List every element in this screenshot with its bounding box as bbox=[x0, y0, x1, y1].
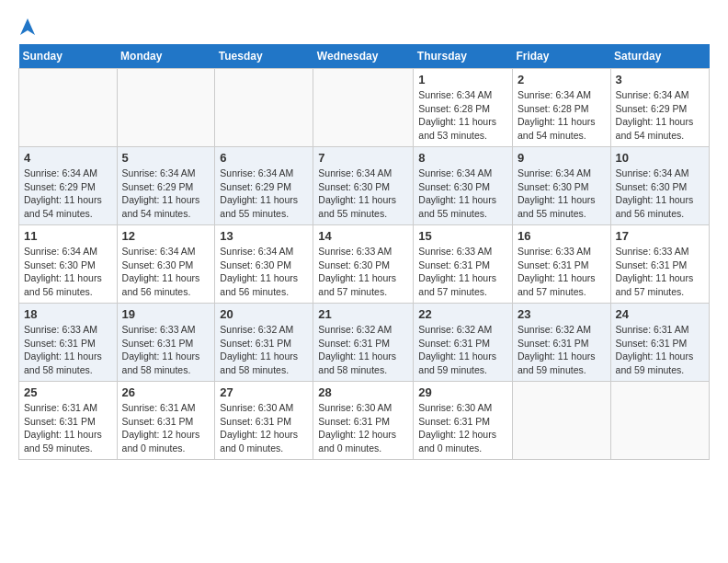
day-info: Sunrise: 6:34 AM Sunset: 6:29 PM Dayligh… bbox=[122, 167, 210, 221]
calendar-cell: 3Sunrise: 6:34 AM Sunset: 6:29 PM Daylig… bbox=[610, 69, 709, 147]
logo-bird-icon bbox=[20, 18, 35, 35]
day-number: 13 bbox=[220, 229, 308, 243]
day-number: 15 bbox=[418, 229, 507, 243]
day-info: Sunrise: 6:32 AM Sunset: 6:31 PM Dayligh… bbox=[318, 323, 408, 377]
day-info: Sunrise: 6:34 AM Sunset: 6:30 PM Dayligh… bbox=[418, 167, 507, 221]
day-number: 16 bbox=[518, 229, 606, 243]
week-row-4: 18Sunrise: 6:33 AM Sunset: 6:31 PM Dayli… bbox=[19, 304, 710, 382]
calendar-cell: 16Sunrise: 6:33 AM Sunset: 6:31 PM Dayli… bbox=[512, 225, 610, 304]
day-info: Sunrise: 6:32 AM Sunset: 6:31 PM Dayligh… bbox=[418, 323, 507, 377]
calendar-cell: 17Sunrise: 6:33 AM Sunset: 6:31 PM Dayli… bbox=[610, 225, 709, 304]
calendar-cell: 13Sunrise: 6:34 AM Sunset: 6:30 PM Dayli… bbox=[215, 225, 313, 304]
logo bbox=[18, 18, 37, 35]
day-number: 20 bbox=[220, 307, 308, 321]
day-number: 29 bbox=[418, 385, 507, 399]
day-number: 6 bbox=[220, 151, 308, 165]
calendar-cell bbox=[215, 69, 313, 147]
day-number: 23 bbox=[518, 307, 606, 321]
day-info: Sunrise: 6:34 AM Sunset: 6:30 PM Dayligh… bbox=[318, 167, 408, 221]
day-info: Sunrise: 6:34 AM Sunset: 6:30 PM Dayligh… bbox=[616, 167, 704, 221]
calendar-cell: 2Sunrise: 6:34 AM Sunset: 6:28 PM Daylig… bbox=[512, 69, 610, 147]
weekday-header-saturday: Saturday bbox=[610, 44, 709, 69]
day-number: 26 bbox=[122, 385, 210, 399]
weekday-header-tuesday: Tuesday bbox=[215, 44, 313, 69]
calendar-cell: 25Sunrise: 6:31 AM Sunset: 6:31 PM Dayli… bbox=[19, 382, 118, 460]
day-info: Sunrise: 6:31 AM Sunset: 6:31 PM Dayligh… bbox=[122, 401, 210, 455]
calendar-cell: 4Sunrise: 6:34 AM Sunset: 6:29 PM Daylig… bbox=[19, 147, 118, 225]
calendar-cell: 18Sunrise: 6:33 AM Sunset: 6:31 PM Dayli… bbox=[19, 304, 118, 382]
day-info: Sunrise: 6:34 AM Sunset: 6:29 PM Dayligh… bbox=[220, 167, 308, 221]
day-info: Sunrise: 6:33 AM Sunset: 6:31 PM Dayligh… bbox=[616, 245, 704, 299]
calendar-cell: 24Sunrise: 6:31 AM Sunset: 6:31 PM Dayli… bbox=[610, 304, 709, 382]
svg-marker-0 bbox=[20, 18, 35, 35]
calendar-cell: 9Sunrise: 6:34 AM Sunset: 6:30 PM Daylig… bbox=[512, 147, 610, 225]
calendar-cell: 5Sunrise: 6:34 AM Sunset: 6:29 PM Daylig… bbox=[117, 147, 215, 225]
day-number: 3 bbox=[616, 73, 704, 86]
day-info: Sunrise: 6:34 AM Sunset: 6:30 PM Dayligh… bbox=[24, 245, 112, 299]
day-number: 9 bbox=[518, 151, 606, 165]
day-number: 24 bbox=[616, 307, 704, 321]
day-number: 19 bbox=[122, 307, 210, 321]
day-info: Sunrise: 6:33 AM Sunset: 6:31 PM Dayligh… bbox=[418, 245, 507, 299]
day-number: 21 bbox=[318, 307, 408, 321]
day-number: 1 bbox=[418, 73, 507, 86]
calendar-cell: 28Sunrise: 6:30 AM Sunset: 6:31 PM Dayli… bbox=[313, 382, 414, 460]
day-info: Sunrise: 6:34 AM Sunset: 6:30 PM Dayligh… bbox=[518, 167, 606, 221]
day-number: 4 bbox=[24, 151, 112, 165]
day-info: Sunrise: 6:34 AM Sunset: 6:29 PM Dayligh… bbox=[24, 167, 112, 221]
calendar-cell: 29Sunrise: 6:30 AM Sunset: 6:31 PM Dayli… bbox=[414, 382, 513, 460]
day-info: Sunrise: 6:34 AM Sunset: 6:28 PM Dayligh… bbox=[418, 88, 507, 143]
day-number: 2 bbox=[518, 73, 606, 86]
weekday-header-monday: Monday bbox=[117, 44, 215, 69]
day-info: Sunrise: 6:30 AM Sunset: 6:31 PM Dayligh… bbox=[318, 401, 408, 455]
calendar-cell: 14Sunrise: 6:33 AM Sunset: 6:30 PM Dayli… bbox=[313, 225, 414, 304]
weekday-header-row: SundayMondayTuesdayWednesdayThursdayFrid… bbox=[19, 44, 710, 69]
day-info: Sunrise: 6:30 AM Sunset: 6:31 PM Dayligh… bbox=[418, 401, 507, 455]
calendar-cell: 6Sunrise: 6:34 AM Sunset: 6:29 PM Daylig… bbox=[215, 147, 313, 225]
day-number: 18 bbox=[24, 307, 112, 321]
weekday-header-thursday: Thursday bbox=[414, 44, 513, 69]
day-number: 12 bbox=[122, 229, 210, 243]
day-number: 11 bbox=[24, 229, 112, 243]
calendar-table: SundayMondayTuesdayWednesdayThursdayFrid… bbox=[18, 44, 710, 460]
calendar-cell bbox=[610, 382, 709, 460]
day-number: 8 bbox=[418, 151, 507, 165]
day-number: 17 bbox=[616, 229, 704, 243]
day-number: 14 bbox=[318, 229, 408, 243]
day-info: Sunrise: 6:34 AM Sunset: 6:30 PM Dayligh… bbox=[122, 245, 210, 299]
day-info: Sunrise: 6:33 AM Sunset: 6:30 PM Dayligh… bbox=[318, 245, 408, 299]
day-info: Sunrise: 6:32 AM Sunset: 6:31 PM Dayligh… bbox=[220, 323, 308, 377]
day-number: 28 bbox=[318, 385, 408, 399]
calendar-cell: 7Sunrise: 6:34 AM Sunset: 6:30 PM Daylig… bbox=[313, 147, 414, 225]
calendar-cell: 12Sunrise: 6:34 AM Sunset: 6:30 PM Dayli… bbox=[117, 225, 215, 304]
day-info: Sunrise: 6:34 AM Sunset: 6:28 PM Dayligh… bbox=[518, 88, 606, 143]
calendar-cell: 15Sunrise: 6:33 AM Sunset: 6:31 PM Dayli… bbox=[414, 225, 513, 304]
calendar-cell: 21Sunrise: 6:32 AM Sunset: 6:31 PM Dayli… bbox=[313, 304, 414, 382]
calendar-cell: 26Sunrise: 6:31 AM Sunset: 6:31 PM Dayli… bbox=[117, 382, 215, 460]
calendar-cell: 20Sunrise: 6:32 AM Sunset: 6:31 PM Dayli… bbox=[215, 304, 313, 382]
day-info: Sunrise: 6:32 AM Sunset: 6:31 PM Dayligh… bbox=[518, 323, 606, 377]
calendar-cell: 19Sunrise: 6:33 AM Sunset: 6:31 PM Dayli… bbox=[117, 304, 215, 382]
week-row-1: 1Sunrise: 6:34 AM Sunset: 6:28 PM Daylig… bbox=[19, 69, 710, 147]
week-row-5: 25Sunrise: 6:31 AM Sunset: 6:31 PM Dayli… bbox=[19, 382, 710, 460]
day-info: Sunrise: 6:30 AM Sunset: 6:31 PM Dayligh… bbox=[220, 401, 308, 455]
day-number: 10 bbox=[616, 151, 704, 165]
day-info: Sunrise: 6:31 AM Sunset: 6:31 PM Dayligh… bbox=[616, 323, 704, 377]
weekday-header-wednesday: Wednesday bbox=[313, 44, 414, 69]
day-info: Sunrise: 6:33 AM Sunset: 6:31 PM Dayligh… bbox=[24, 323, 112, 377]
week-row-2: 4Sunrise: 6:34 AM Sunset: 6:29 PM Daylig… bbox=[19, 147, 710, 225]
calendar-cell: 1Sunrise: 6:34 AM Sunset: 6:28 PM Daylig… bbox=[414, 69, 513, 147]
header bbox=[18, 18, 710, 35]
calendar-cell bbox=[512, 382, 610, 460]
day-number: 22 bbox=[418, 307, 507, 321]
calendar-cell: 10Sunrise: 6:34 AM Sunset: 6:30 PM Dayli… bbox=[610, 147, 709, 225]
day-number: 25 bbox=[24, 385, 112, 399]
calendar-cell bbox=[19, 69, 118, 147]
day-info: Sunrise: 6:33 AM Sunset: 6:31 PM Dayligh… bbox=[518, 245, 606, 299]
day-info: Sunrise: 6:31 AM Sunset: 6:31 PM Dayligh… bbox=[24, 401, 112, 455]
calendar-cell: 8Sunrise: 6:34 AM Sunset: 6:30 PM Daylig… bbox=[414, 147, 513, 225]
calendar-cell bbox=[313, 69, 414, 147]
day-number: 7 bbox=[318, 151, 408, 165]
week-row-3: 11Sunrise: 6:34 AM Sunset: 6:30 PM Dayli… bbox=[19, 225, 710, 304]
calendar-cell: 27Sunrise: 6:30 AM Sunset: 6:31 PM Dayli… bbox=[215, 382, 313, 460]
